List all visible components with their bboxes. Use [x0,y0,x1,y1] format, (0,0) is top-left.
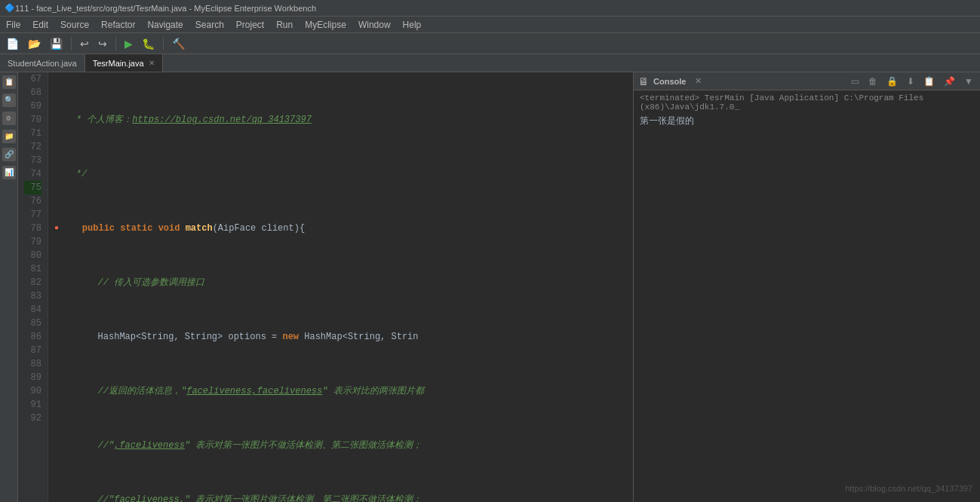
title-icon: 🔷 [5,3,15,13]
console-paste-btn[interactable]: 📌 [942,75,957,87]
console-title-separator: ✕ [695,76,702,86]
open-button[interactable]: 📂 [25,36,44,51]
sidebar-icon-4[interactable]: 📁 [2,130,16,143]
tab-studentaction-label: StudentAction.java [8,59,77,68]
sidebar-icon-6[interactable]: 📊 [2,166,16,179]
code-line-67: * 个人博客：https://blog.csdn.net/qq_34137397 [54,113,627,127]
new-button[interactable]: 📄 [3,36,22,51]
code-line-69: ● public static void match(AipFace clien… [54,222,627,235]
menu-file[interactable]: File [0,18,26,32]
menu-help[interactable]: Help [397,18,428,32]
menu-search[interactable]: Search [189,18,230,32]
tab-tesrmain-close[interactable]: ✕ [149,59,155,67]
console-minimize-btn[interactable]: ▭ [849,75,862,87]
code-line-68: */ [54,167,627,181]
line-numbers: 67 68 69 70 71 72 73 74 75 76 77 78 79 8… [18,72,48,502]
build-button[interactable]: 🔨 [169,36,188,51]
main-area: 📋 🔍 ⚙ 📁 🔗 📊 67 68 69 70 71 72 73 74 75 7… [0,72,980,502]
toolbar: 📄 📂 💾 ↩ ↪ ▶ 🐛 🔨 [0,33,980,54]
left-sidebar: 📋 🔍 ⚙ 📁 🔗 📊 [0,72,18,502]
console-header: 🖥 Console ✕ ▭ 🗑 🔒 ⬇ 📋 📌 ▼ [634,72,980,90]
menu-myeclipse[interactable]: MyEclipse [299,18,352,32]
separator-1 [71,37,72,51]
tab-bar: StudentAction.java TesrMain.java ✕ [0,54,980,72]
window-title: 111 - face_Live_test/src/org/test/TesrMa… [15,4,316,13]
menu-window[interactable]: Window [352,18,397,32]
console-scroll-btn[interactable]: ⬇ [905,75,917,87]
code-content[interactable]: * 个人博客：https://blog.csdn.net/qq_34137397… [48,72,633,502]
run-button[interactable]: ▶ [121,36,136,51]
menu-edit[interactable]: Edit [26,18,54,32]
code-line-70: // 传入可选参数调用接口 [54,276,627,289]
menu-run[interactable]: Run [270,18,299,32]
menu-navigate[interactable]: Navigate [141,18,189,32]
code-line-74: //"faceliveness," 表示对第一张图片做活体检测、第二张图不做活体… [54,493,627,502]
title-bar: 🔷 111 - face_Live_test/src/org/test/Tesr… [0,0,980,17]
sidebar-icon-2[interactable]: 🔍 [2,93,16,107]
sidebar-icon-5[interactable]: 🔗 [2,148,16,161]
menu-bar: File Edit Source Refactor Navigate Searc… [0,17,980,33]
sidebar-icon-3[interactable]: ⚙ [2,112,16,125]
code-line-72: //返回的活体信息，"faceliveness,faceliveness" 表示… [54,384,627,398]
debug-button[interactable]: 🐛 [139,36,158,51]
tab-tesrmain-label: TesrMain.java [93,59,144,68]
console-clear-btn[interactable]: 🗑 [866,75,880,87]
code-area: 67 68 69 70 71 72 73 74 75 76 77 78 79 8… [18,72,633,502]
menu-project[interactable]: Project [230,18,270,32]
console-content: <terminated> TesrMain [Java Application]… [634,90,980,502]
menu-source[interactable]: Source [54,18,95,32]
code-editor[interactable]: 67 68 69 70 71 72 73 74 75 76 77 78 79 8… [18,72,633,502]
console-terminated-text: <terminated> TesrMain [Java Application]… [640,93,974,112]
tab-tesrmain[interactable]: TesrMain.java ✕ [85,54,163,72]
console-panel: 🖥 Console ✕ ▭ 🗑 🔒 ⬇ 📋 📌 ▼ <terminated> T… [633,72,980,502]
separator-2 [115,37,116,51]
code-line-71: HashMap<String, String> options = new Ha… [54,330,627,344]
sidebar-icon-1[interactable]: 📋 [2,75,16,89]
separator-3 [163,37,164,51]
console-lock-btn[interactable]: 🔒 [884,75,900,87]
tab-studentaction[interactable]: StudentAction.java [0,54,85,72]
console-copy-btn[interactable]: 📋 [921,75,937,87]
console-watermark: https://blog.csdn.net/qq_34137397 [845,484,972,493]
code-line-73: //",faceliveness" 表示对第一张图片不做活体检测、第二张图做活体… [54,439,627,452]
console-title-label: Console [653,77,686,86]
console-output-text: 第一张是假的 [640,115,974,127]
redo-button[interactable]: ↪ [95,36,110,51]
save-button[interactable]: 💾 [47,36,66,51]
undo-button[interactable]: ↩ [77,36,92,51]
menu-refactor[interactable]: Refactor [95,18,141,32]
console-menu-btn[interactable]: ▼ [962,75,975,87]
